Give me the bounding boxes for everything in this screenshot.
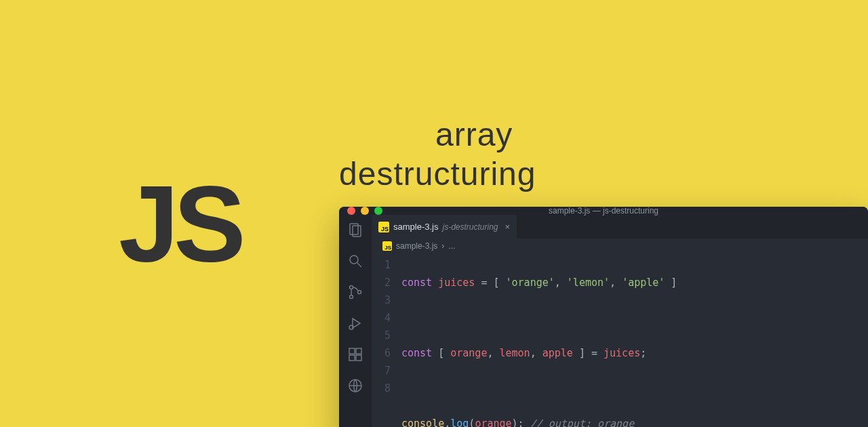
svg-point-5 (350, 296, 353, 299)
line-number: 7 (372, 362, 391, 380)
editor-body: JS sample-3.js js-destructuring × JS sam… (339, 215, 868, 427)
tab-sample-3[interactable]: JS sample-3.js js-destructuring × (372, 215, 517, 239)
code-content: const juices = [ 'orange', 'lemon', 'app… (401, 256, 868, 427)
line-gutter: 1 2 3 4 5 6 7 8 (372, 256, 401, 427)
tab-close-icon[interactable]: × (505, 222, 511, 232)
line-number: 2 (372, 274, 391, 291)
line-number: 3 (372, 291, 391, 309)
tab-filename: sample-3.js (393, 222, 438, 232)
svg-rect-11 (349, 355, 355, 361)
code-line: const [ orange, lemon, apple ] = juices; (401, 344, 868, 362)
code-line (401, 309, 868, 327)
breadcrumb-rest: ... (448, 241, 455, 251)
line-number: 4 (372, 309, 391, 327)
svg-point-4 (350, 286, 353, 289)
svg-marker-7 (353, 319, 360, 328)
source-control-icon[interactable] (347, 284, 363, 300)
svg-rect-12 (356, 355, 361, 361)
minimize-icon[interactable] (361, 207, 369, 215)
tab-bar: JS sample-3.js js-destructuring × (372, 215, 868, 239)
breadcrumb-file: sample-3.js (396, 241, 437, 251)
remote-icon[interactable] (347, 378, 363, 394)
window-titlebar: sample-3.js — js-destructuring (339, 207, 868, 215)
line-number: 6 (372, 344, 391, 362)
svg-point-6 (358, 291, 361, 294)
title-line-2: destructuring (339, 155, 536, 194)
line-number: 1 (372, 256, 391, 274)
line-number: 8 (372, 380, 391, 397)
explorer-icon[interactable] (347, 222, 363, 238)
svg-point-2 (350, 256, 358, 264)
editor-window: sample-3.js — js-destructuring (339, 207, 868, 427)
traffic-lights (347, 207, 382, 215)
chevron-right-icon: › (441, 241, 444, 251)
title-line-1: array (435, 115, 536, 155)
breadcrumb[interactable]: JS sample-3.js › ... (372, 239, 868, 253)
code-line: console.log(orange); // output: orange (401, 415, 868, 427)
js-file-icon: JS (378, 222, 389, 232)
activity-bar (339, 215, 372, 427)
svg-rect-10 (356, 348, 361, 354)
run-debug-icon[interactable] (347, 315, 363, 331)
main-pane: JS sample-3.js js-destructuring × JS sam… (372, 215, 868, 427)
tab-context: js-destructuring (442, 222, 498, 232)
code-line (401, 380, 868, 397)
code-line: const juices = [ 'orange', 'lemon', 'app… (401, 274, 868, 291)
window-title: sample-3.js — js-destructuring (339, 207, 868, 216)
line-number: 5 (372, 327, 391, 344)
page-title: array destructuring (339, 115, 536, 193)
extensions-icon[interactable] (347, 346, 363, 363)
maximize-icon[interactable] (374, 207, 382, 215)
svg-line-3 (357, 263, 361, 267)
js-file-icon: JS (382, 241, 392, 251)
close-icon[interactable] (347, 207, 355, 215)
search-icon[interactable] (347, 253, 363, 269)
svg-rect-9 (349, 348, 355, 354)
js-logo: JS (119, 169, 241, 278)
code-editor[interactable]: 1 2 3 4 5 6 7 8 const juices = [ 'orange… (372, 253, 868, 427)
